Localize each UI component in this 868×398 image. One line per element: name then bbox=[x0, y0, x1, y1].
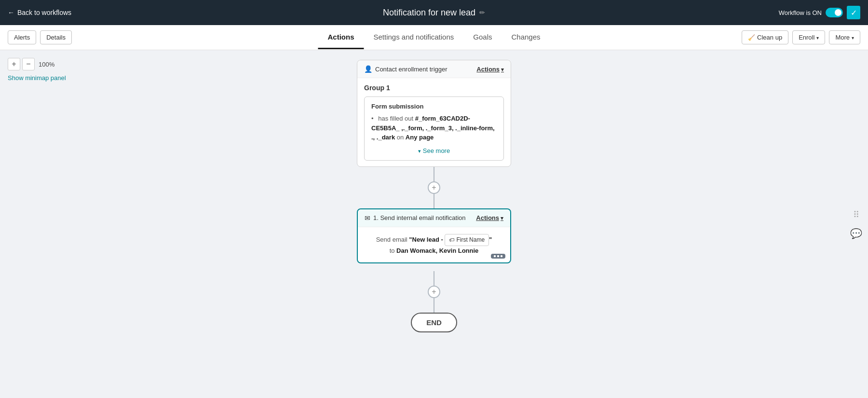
edit-title-icon[interactable] bbox=[479, 9, 485, 16]
more-button[interactable]: More bbox=[829, 30, 860, 44]
tab-navigation: Actions Settings and notifications Goals… bbox=[318, 26, 550, 49]
top-bar: Back to workflows Notification for new l… bbox=[0, 0, 868, 25]
trigger-label: Contact enrollment trigger bbox=[375, 66, 448, 73]
add-step-button-1[interactable]: + bbox=[428, 181, 440, 194]
form-submission-card[interactable]: Form submission has filled out #_form_63… bbox=[364, 96, 504, 161]
workflow-title: Notification for new lead bbox=[383, 8, 475, 18]
trigger-node[interactable]: Contact enrollment trigger Actions Group… bbox=[357, 60, 511, 167]
connector-2: + bbox=[428, 271, 440, 313]
see-more-button[interactable]: See more bbox=[371, 147, 497, 154]
zoom-out-button[interactable]: − bbox=[22, 58, 35, 70]
alerts-button[interactable]: Alerts bbox=[8, 30, 36, 44]
workflow-canvas-area: + − 100% Show minimap panel Contact enro… bbox=[0, 50, 868, 398]
connector-line-2 bbox=[434, 271, 434, 286]
trigger-actions-chevron-icon bbox=[501, 66, 504, 73]
trigger-header: Contact enrollment trigger Actions bbox=[357, 60, 511, 78]
bullet-icon bbox=[371, 115, 377, 122]
badge-dot-1 bbox=[494, 255, 496, 257]
form-submission-title: Form submission bbox=[371, 103, 497, 110]
group-label: Group 1 bbox=[364, 84, 504, 92]
action-header-left: 1. Send internal email notification bbox=[365, 214, 466, 222]
connector-line-1b bbox=[434, 194, 434, 208]
tab-bar-left: Alerts Details bbox=[8, 30, 72, 44]
end-node[interactable]: END bbox=[411, 313, 457, 332]
connector-line-2b bbox=[434, 298, 434, 313]
zoom-level: 100% bbox=[39, 61, 54, 68]
first-name-token: First Name bbox=[445, 234, 489, 246]
workflow-status-label: Workflow is ON bbox=[779, 9, 822, 16]
workflow-title-area: Notification for new lead bbox=[383, 8, 485, 18]
token-tag-icon bbox=[449, 235, 454, 245]
enroll-chevron-icon bbox=[816, 34, 819, 41]
more-chevron-icon bbox=[852, 34, 854, 41]
tab-settings-notifications[interactable]: Settings and notifications bbox=[364, 26, 464, 49]
enroll-button[interactable]: Enroll bbox=[792, 30, 825, 44]
see-more-chevron-icon bbox=[418, 147, 421, 154]
arrow-left-icon bbox=[8, 9, 14, 16]
action-node[interactable]: 1. Send internal email notification Acti… bbox=[357, 208, 511, 264]
email-action-icon bbox=[365, 214, 370, 222]
form-submission-detail: has filled out #_form_63CAD2D-CE5B5A_ ,.… bbox=[371, 114, 497, 142]
tab-bar-right: Clean up Enroll More bbox=[742, 30, 860, 44]
trigger-header-left: Contact enrollment trigger bbox=[364, 65, 448, 73]
connector-1: + bbox=[428, 167, 440, 208]
workflow-canvas: Contact enrollment trigger Actions Group… bbox=[0, 50, 868, 398]
badge-dot-3 bbox=[501, 255, 502, 257]
action-actions-button[interactable]: Actions bbox=[476, 214, 503, 221]
zoom-in-button[interactable]: + bbox=[8, 58, 20, 70]
add-step-button-2[interactable]: + bbox=[428, 286, 440, 298]
broom-icon bbox=[748, 34, 755, 41]
right-panel-icons: ⠿ 💬 bbox=[850, 209, 862, 239]
tab-changes[interactable]: Changes bbox=[502, 26, 550, 49]
tab-bar: Alerts Details Actions Settings and noti… bbox=[0, 25, 868, 50]
connector-line-1 bbox=[434, 167, 434, 181]
tab-goals[interactable]: Goals bbox=[463, 26, 502, 49]
trigger-actions-button[interactable]: Actions bbox=[476, 66, 504, 73]
grid-icon[interactable]: ⠿ bbox=[853, 209, 859, 220]
badge-dot-2 bbox=[497, 255, 499, 257]
details-button[interactable]: Details bbox=[40, 30, 72, 44]
confirm-button[interactable]: ✓ bbox=[847, 6, 860, 19]
clean-up-button[interactable]: Clean up bbox=[742, 30, 788, 44]
chat-icon[interactable]: 💬 bbox=[850, 228, 862, 239]
zoom-controls: + − 100% bbox=[8, 58, 56, 70]
action-node-footer-badge bbox=[491, 254, 505, 259]
action-actions-chevron-icon bbox=[501, 214, 503, 221]
back-to-workflows-button[interactable]: Back to workflows bbox=[8, 9, 71, 16]
workflow-on-off-toggle[interactable] bbox=[826, 8, 843, 17]
workflow-status-area: Workflow is ON ✓ bbox=[779, 6, 860, 19]
action-body: Send email "New lead - First Name" to Da… bbox=[358, 227, 510, 263]
tab-actions[interactable]: Actions bbox=[318, 26, 364, 49]
contact-enrollment-icon bbox=[364, 65, 372, 73]
trigger-body: Group 1 Form submission has filled out #… bbox=[357, 78, 511, 166]
action-header: 1. Send internal email notification Acti… bbox=[358, 209, 510, 227]
action-node-label: 1. Send internal email notification bbox=[373, 214, 466, 221]
